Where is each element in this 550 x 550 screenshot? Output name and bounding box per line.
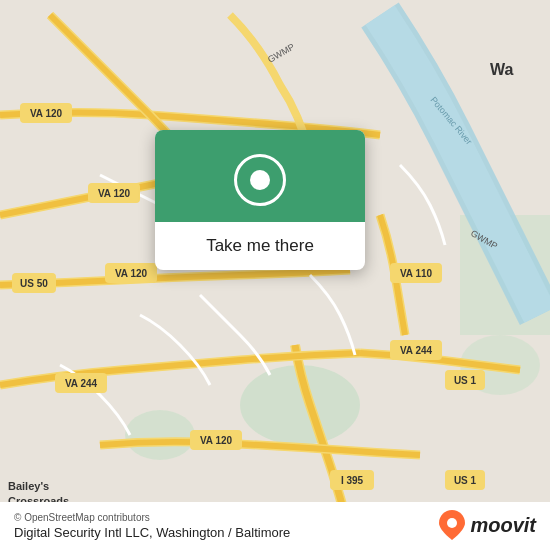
svg-text:VA 120: VA 120 [115,268,148,279]
svg-text:VA 244: VA 244 [400,345,433,356]
popup-card[interactable]: Take me there [155,130,365,270]
moovit-pin-icon [438,508,466,542]
svg-text:VA 120: VA 120 [98,188,131,199]
svg-text:VA 120: VA 120 [30,108,63,119]
moovit-logo: moovit [438,508,536,542]
svg-text:US 1: US 1 [454,475,477,486]
bottom-bar: © OpenStreetMap contributors Digital Sec… [0,502,550,550]
popup-green-area [155,130,365,222]
map-container: VA 120 VA 120 VA 120 VA 120 US 50 VA 244… [0,0,550,550]
svg-point-33 [447,518,457,528]
svg-text:US 1: US 1 [454,375,477,386]
svg-text:Bailey's: Bailey's [8,480,49,492]
svg-text:I 395: I 395 [341,475,364,486]
map-svg: VA 120 VA 120 VA 120 VA 120 US 50 VA 244… [0,0,550,550]
location-pin-icon [234,154,286,206]
svg-text:US 50: US 50 [20,278,48,289]
svg-point-2 [125,410,195,460]
svg-text:VA 110: VA 110 [400,268,433,279]
take-me-there-button[interactable]: Take me there [186,222,334,270]
svg-text:VA 120: VA 120 [200,435,233,446]
svg-text:Wa: Wa [490,61,514,78]
svg-text:VA 244: VA 244 [65,378,98,389]
moovit-text: moovit [470,514,536,537]
